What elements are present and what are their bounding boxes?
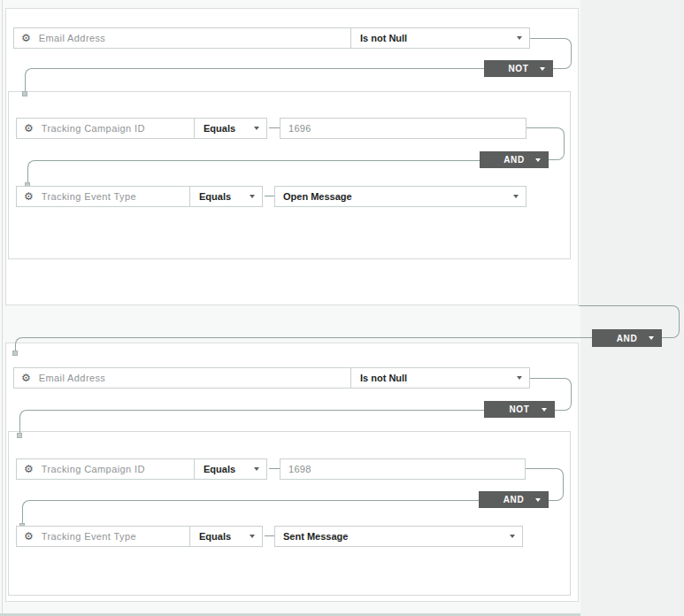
not-label: NOT [509,64,529,73]
connector-line [22,500,479,525]
value-text: 1698 [288,464,311,474]
operator-label: Equals [199,531,231,542]
group-combiner-and-button[interactable]: AND [592,329,662,347]
connector-dash [265,196,274,196]
chevron-down-icon [540,67,545,71]
chevron-down-icon [542,408,547,412]
field-label: Tracking Event Type [42,531,136,542]
operator-label: Is not Null [360,33,407,43]
operator-label: Equals [199,191,231,202]
operator-label: Equals [204,123,235,134]
gear-icon: ⚙ [21,33,31,43]
operator-select-email-1[interactable]: Is not Null [350,27,530,49]
operator-label: Equals [204,464,235,474]
connector-handle [17,433,22,438]
value-input-campaign-1[interactable]: 1696 [280,118,526,139]
and-toggle-button-2[interactable]: AND [479,491,549,508]
gear-icon: ⚙ [24,531,34,542]
operator-select-email-2[interactable]: Is not Null [350,367,530,389]
field-chip-campaign-1[interactable]: ⚙ Tracking Campaign ID [16,118,195,139]
chevron-down-icon [535,498,541,502]
gear-icon: ⚙ [24,464,34,474]
connector-dash [269,127,280,128]
field-chip-email-2[interactable]: ⚙ Email Address [13,367,351,389]
value-text: Sent Message [283,531,348,542]
gear-icon: ⚙ [24,123,34,134]
chevron-down-icon [649,336,654,340]
gear-icon: ⚙ [24,191,34,202]
value-text: Open Message [283,191,352,202]
connector-dash [265,535,274,536]
chevron-down-icon [254,467,259,471]
chevron-down-icon [517,376,522,380]
operator-select-campaign-1[interactable]: Equals [194,118,267,139]
field-chip-event-1[interactable]: ⚙ Tracking Event Type [16,186,190,207]
value-select-event-2[interactable]: Sent Message [274,526,523,547]
chevron-down-icon [250,195,255,198]
operator-select-event-2[interactable]: Equals [189,526,263,547]
field-label: Email Address [39,373,106,383]
value-text: 1696 [288,123,311,134]
and-label: AND [503,495,524,504]
field-label: Tracking Campaign ID [42,123,145,134]
field-label: Tracking Campaign ID [42,464,145,474]
operator-label: Is not Null [360,373,407,383]
outer-group-left-border [2,0,3,613]
and-label: AND [617,334,637,343]
field-label: Email Address [39,33,106,43]
chevron-down-icon [513,195,519,198]
value-input-campaign-2[interactable]: 1698 [280,458,526,480]
chevron-down-icon [250,535,255,538]
chevron-down-icon [510,535,515,538]
operator-select-event-1[interactable]: Equals [189,186,263,207]
not-toggle-button-1[interactable]: NOT [484,60,553,77]
connector-line [19,410,485,435]
gear-icon: ⚙ [21,373,31,383]
operator-select-campaign-2[interactable]: Equals [194,458,267,480]
chevron-down-icon [517,36,522,40]
value-select-event-1[interactable]: Open Message [274,186,526,207]
filter-builder-page: ⚙ Email Address Is not Null NOT ⚙ Tracki… [0,0,684,616]
connector-line [27,160,480,184]
connector-handle [22,91,27,96]
field-label: Tracking Event Type [42,191,136,202]
field-chip-campaign-2[interactable]: ⚙ Tracking Campaign ID [16,458,195,480]
and-label: AND [503,155,524,165]
connector-dash [269,468,280,469]
connector-line [15,337,592,352]
field-chip-email-1[interactable]: ⚙ Email Address [13,27,351,49]
not-toggle-button-2[interactable]: NOT [484,401,555,418]
and-toggle-button-1[interactable]: AND [480,151,549,168]
not-label: NOT [510,404,530,414]
chevron-down-icon [535,158,541,162]
chevron-down-icon [254,127,259,130]
connector-handle [12,350,18,356]
field-chip-event-2[interactable]: ⚙ Tracking Event Type [16,526,190,547]
connector-line [25,68,485,92]
